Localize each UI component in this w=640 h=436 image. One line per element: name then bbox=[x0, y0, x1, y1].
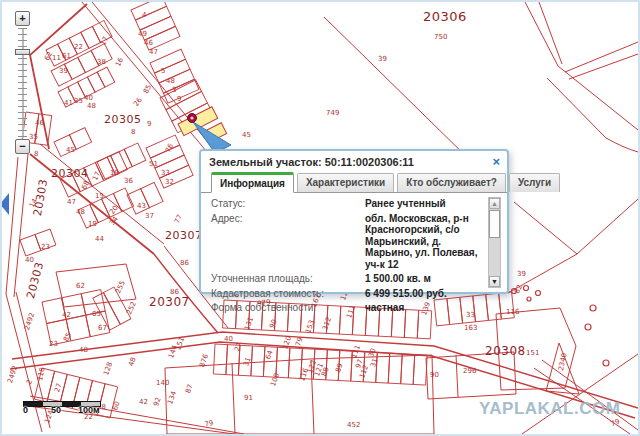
tab-0[interactable]: Информация bbox=[211, 172, 294, 193]
parcel-marker-icon bbox=[188, 114, 197, 123]
field-value: 1 500.00 кв. м bbox=[365, 273, 483, 285]
popup-fields: Статус:Ранее учтенныйАдрес:обл. Московск… bbox=[211, 198, 483, 317]
scroll-down-icon[interactable]: ▼ bbox=[489, 276, 500, 287]
cadastral-map-app: 4494647221761116239381654839413540482685… bbox=[0, 0, 640, 436]
field-value: 6 499 515.00 руб. bbox=[365, 288, 483, 300]
tab-2[interactable]: Кто обслуживает? bbox=[397, 173, 506, 192]
field-label: Уточненная площадь: bbox=[211, 273, 365, 285]
zoom-track[interactable] bbox=[18, 28, 27, 138]
scroll-up-icon[interactable]: ▲ bbox=[489, 198, 500, 209]
tab-3[interactable]: Услуги bbox=[509, 173, 560, 192]
scroll-thumb[interactable] bbox=[489, 210, 500, 238]
field-value: Ранее учтенный bbox=[365, 198, 483, 210]
field-row: Уточненная площадь:1 500.00 кв. м bbox=[211, 273, 483, 285]
field-row: Адрес:обл. Московская, р-н Красногорский… bbox=[211, 213, 483, 271]
field-label: Кадастровая стоимость: bbox=[211, 288, 365, 300]
close-icon[interactable]: × bbox=[492, 155, 500, 168]
field-value: обл. Московская, р-н Красногорский, с/о … bbox=[365, 213, 483, 271]
parcel-info-popup: Земельный участок: 50:11:0020306:11 × Ин… bbox=[199, 149, 509, 294]
field-label: Адрес: bbox=[211, 213, 365, 271]
popup-title: Земельный участок: 50:11:0020306:11 bbox=[209, 156, 414, 168]
pan-left-arrow-icon[interactable] bbox=[0, 193, 9, 215]
field-row: Статус:Ранее учтенный bbox=[211, 198, 483, 210]
popup-tabs: ИнформацияХарактеристикиКто обслуживает?… bbox=[201, 170, 507, 193]
field-label: Форма собственности: bbox=[211, 302, 365, 314]
zoom-in-button[interactable]: + bbox=[15, 11, 30, 26]
zoom-slider-handle[interactable] bbox=[15, 49, 30, 55]
popup-body: Статус:Ранее учтенныйАдрес:обл. Московск… bbox=[201, 193, 507, 292]
popup-header: Земельный участок: 50:11:0020306:11 × bbox=[201, 151, 507, 170]
field-label: Статус: bbox=[211, 198, 365, 210]
zoom-out-button[interactable]: − bbox=[15, 139, 30, 154]
popup-scrollbar[interactable]: ▲ ▼ bbox=[488, 197, 501, 288]
field-row: Форма собственности:частная bbox=[211, 302, 483, 314]
tab-1[interactable]: Характеристики bbox=[297, 173, 394, 192]
field-row: Кадастровая стоимость:6 499 515.00 руб. bbox=[211, 288, 483, 300]
field-value: частная bbox=[365, 302, 483, 314]
